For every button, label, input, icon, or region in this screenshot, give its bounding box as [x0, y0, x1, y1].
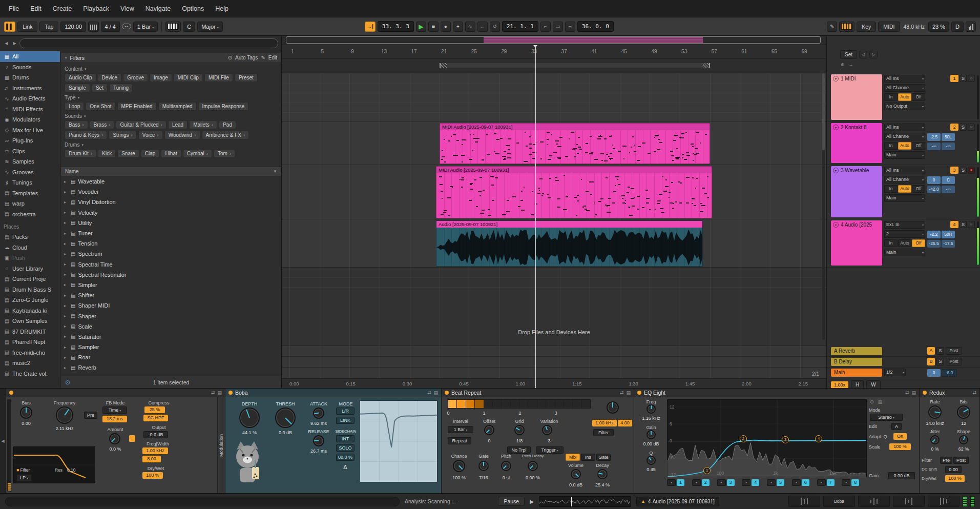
back-icon[interactable]: ◀	[3, 41, 10, 46]
preview-play-icon[interactable]: ▶	[530, 499, 534, 504]
send-a-box[interactable]: -26.5	[927, 240, 941, 248]
solo-button[interactable]: S	[936, 347, 944, 355]
place-item-87-drumkit[interactable]: ▤87 DRUMKIT	[0, 327, 60, 337]
volume-box[interactable]: -2.2	[927, 231, 941, 238]
filter-shape-chooser[interactable]: ▾	[692, 479, 701, 486]
output-type-chooser[interactable]: Main	[884, 249, 925, 256]
volume-box[interactable]: -2.5	[927, 133, 941, 141]
send-b-box[interactable]: -17.5	[942, 240, 955, 248]
output-gain-value[interactable]: 0.00 dB	[888, 472, 915, 479]
eq-band-node-4[interactable]: 4	[815, 435, 822, 442]
filter-tag-preset[interactable]: Preset	[235, 73, 258, 82]
filter-shape-chooser[interactable]: ▾	[842, 479, 850, 486]
volume-knob[interactable]	[571, 469, 581, 479]
filter-shape-chooser[interactable]: ▾	[717, 479, 726, 486]
filter-tag-pad[interactable]: Pad	[219, 120, 236, 129]
freq-knob[interactable]	[647, 404, 656, 414]
decay-knob[interactable]	[597, 469, 608, 479]
pan-box[interactable]: 50R	[942, 231, 955, 238]
shape-knob[interactable]	[959, 435, 968, 444]
track-header-2-kontakt-8[interactable]: ▾2 Kontakt 8All InsAll ChanneInAutoOffMa…	[827, 122, 980, 165]
list-item-scale[interactable]: ▸▤Scale	[61, 321, 281, 332]
draw-mode-icon[interactable]: ✎	[827, 22, 837, 32]
disclosure-triangle-icon[interactable]: ▸	[64, 179, 68, 184]
pre-post-toggle[interactable]: Post	[946, 358, 962, 365]
filter-tag-brass[interactable]: Brass›	[90, 120, 115, 129]
scrub-area[interactable]	[282, 59, 826, 73]
place-item-packs[interactable]: ▤Packs	[0, 232, 60, 242]
device-boba[interactable]: Boba ⇄ ▤ DEPTH 44.1 % THRESH 0.0 dB ATTA…	[225, 389, 442, 494]
filter-tag-sample[interactable]: Sample	[65, 84, 90, 92]
depth-value[interactable]: 44.1 %	[234, 430, 265, 435]
play-button[interactable]: ▶	[416, 22, 426, 32]
monitor-off[interactable]: Off	[912, 93, 925, 101]
disclosure-triangle-icon[interactable]: ▸	[64, 241, 68, 246]
pitch-knob[interactable]	[501, 461, 511, 471]
sidebar-item-sounds[interactable]: ♪Sounds	[0, 62, 60, 73]
track-name-block[interactable]: ▾1 MIDI	[831, 74, 882, 120]
menu-playback[interactable]: Playback	[77, 0, 115, 17]
auto-tags-toggle[interactable]: Auto Tags	[235, 55, 258, 60]
input-channel-chooser[interactable]: All Channe	[884, 133, 925, 140]
gain-knob[interactable]	[647, 430, 656, 439]
sidebar-item-tunings[interactable]: ♯Tunings	[0, 177, 60, 188]
current-clip-chip[interactable]: ▲ 4-Audio [2025-09-07 100931]	[636, 497, 719, 506]
device-activator-icon[interactable]	[923, 391, 927, 395]
repeat-grid-display[interactable]	[448, 399, 591, 409]
thresh-knob[interactable]	[275, 408, 296, 428]
track-header-3-wavetable[interactable]: ▾3 WavetableAll InsAll ChanneInAutoOffMa…	[827, 165, 980, 219]
band-number[interactable]: 8	[851, 479, 859, 486]
disclosure-triangle-icon[interactable]: ▸	[64, 324, 68, 329]
list-item-sampler[interactable]: ▸▤Sampler	[61, 342, 281, 352]
place-item-kaytranada-ki[interactable]: ▤Kaytranada ki	[0, 306, 60, 316]
set-locator-button[interactable]: Set	[840, 50, 857, 59]
filter-tag-midi-clip[interactable]: MIDI Clip	[174, 73, 203, 82]
gain-value[interactable]: 0.00 dB	[636, 441, 666, 446]
filter-tag-device[interactable]: Device	[98, 73, 122, 82]
place-item-cloud[interactable]: ☁Cloud	[0, 242, 60, 253]
disk-overload-indicator[interactable]: D	[951, 22, 964, 32]
filter-tag-kick[interactable]: Kick	[98, 149, 116, 158]
filter-tag-mpe-enabled[interactable]: MPE Enabled	[117, 102, 157, 111]
list-item-vocoder[interactable]: ▸▤Vocoder	[61, 187, 281, 197]
forward-icon[interactable]: ▶	[11, 41, 18, 46]
return-track-header-a-reverb[interactable]: A ReverbASPost	[827, 346, 980, 357]
input-channel-chooser[interactable]: All Channe	[884, 84, 925, 92]
sidebar-item-grooves[interactable]: ∿Grooves	[0, 167, 60, 178]
filter-pre-button[interactable]: Pre	[940, 457, 952, 464]
bias-value[interactable]: 0.00	[14, 421, 38, 426]
filter-group-sounds[interactable]: Sounds▾	[65, 113, 278, 119]
sidebar-item-clips[interactable]: ▭Clips	[0, 146, 60, 157]
arrangement-overview[interactable]	[282, 36, 826, 45]
filter-width-value[interactable]: 4.00	[618, 420, 632, 426]
attack-value[interactable]: 9.62 ms	[305, 421, 332, 426]
menu-options[interactable]: Options	[176, 0, 210, 17]
place-item-the-crate-vol[interactable]: ▤The Crate vol.	[0, 369, 60, 379]
track-name-block[interactable]: ▾4 Audio [2025	[831, 220, 882, 266]
next-locator-icon[interactable]: ▷	[869, 51, 878, 58]
device-header[interactable]: ⇄ ▤	[6, 389, 225, 397]
disclosure-triangle-icon[interactable]: ▸	[64, 365, 68, 370]
list-item-vinyl-distortion[interactable]: ▸▤Vinyl Distortion	[61, 197, 281, 207]
filter-tag-tom[interactable]: Tom›	[214, 149, 235, 158]
list-item-simpler[interactable]: ▸▤Simpler	[61, 280, 281, 290]
pitch-decay-value[interactable]: 0.00 %	[517, 475, 548, 480]
eq-band-toggle-6[interactable]: ▾6	[792, 479, 817, 486]
save-preset-icon[interactable]: ▤	[626, 390, 631, 395]
arm-button[interactable]: ○	[968, 221, 975, 228]
disclosure-triangle-icon[interactable]: ▸	[64, 272, 68, 277]
browser-search-input[interactable]	[19, 38, 278, 48]
input-type-chooser[interactable]: All Ins	[884, 124, 925, 131]
place-item-own-samples[interactable]: ▤Own Samples	[0, 316, 60, 327]
bits-value[interactable]: 12	[950, 421, 977, 426]
depth-knob[interactable]	[239, 408, 260, 428]
solo-button[interactable]: S	[960, 75, 967, 82]
band-number[interactable]: 6	[802, 479, 809, 486]
input-type-chooser[interactable]: All Ins	[884, 75, 925, 83]
list-item-utility[interactable]: ▸▤Utility	[61, 218, 281, 228]
grid-interval-label[interactable]: 2/1	[812, 371, 819, 377]
res-value[interactable]: 0.10	[67, 467, 76, 473]
fb-time-value[interactable]: 18.2 ms	[102, 416, 127, 422]
rate-knob[interactable]	[928, 405, 942, 419]
sidebar-item-orchestra[interactable]: ▤orchestra	[0, 209, 60, 220]
